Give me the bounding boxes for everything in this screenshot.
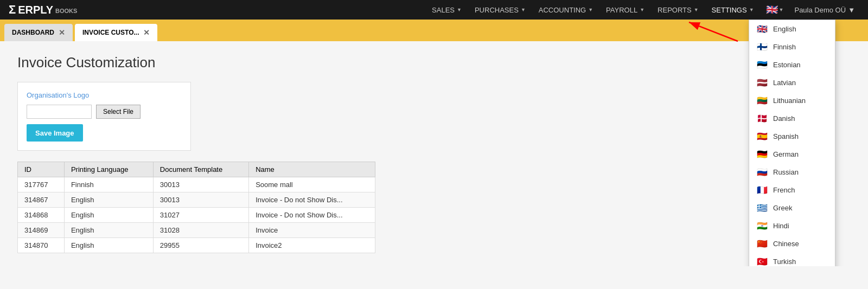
chevron-down-icon: ▼ xyxy=(521,7,526,12)
cell-language: English xyxy=(64,208,153,223)
chevron-down-icon: ▼ xyxy=(588,7,593,12)
navbar: Σ ERPLY BOOKS SALES ▼ PURCHASES ▼ ACCOUN… xyxy=(0,0,868,20)
lang-label: German xyxy=(773,150,799,158)
lang-item-lt[interactable]: 🇱🇹Lithuanian xyxy=(749,92,835,110)
flag-icon: 🇫🇮 xyxy=(757,42,768,52)
table-row[interactable]: 314869English31028Invoice xyxy=(18,223,375,238)
lang-label: Lithuanian xyxy=(773,97,806,105)
nav-purchases[interactable]: PURCHASES ▼ xyxy=(469,0,531,20)
col-id: ID xyxy=(18,162,65,177)
chevron-down-icon: ▼ xyxy=(640,7,644,12)
lang-label: Spanish xyxy=(773,132,799,140)
nav-reports[interactable]: REPORTS ▼ xyxy=(652,0,704,20)
cell-template: 31028 xyxy=(153,223,248,238)
navbar-menu: SALES ▼ PURCHASES ▼ ACCOUNTING ▼ PAYROLL… xyxy=(94,0,859,20)
cell-id: 314867 xyxy=(18,192,65,208)
app-logo: Σ ERPLY BOOKS xyxy=(9,3,77,17)
lang-label: Hindi xyxy=(773,222,789,230)
select-file-button[interactable]: Select File xyxy=(96,105,141,119)
cell-id: 314868 xyxy=(18,208,65,223)
flag-icon: 🇨🇳 xyxy=(757,239,768,249)
flag-icon: 🇱🇻 xyxy=(757,78,768,88)
cell-language: English xyxy=(64,192,153,208)
tab-close-invoice[interactable]: ✕ xyxy=(143,29,150,36)
flag-icon: 🇪🇪 xyxy=(757,60,768,70)
lang-label: Chinese xyxy=(773,240,799,248)
save-image-button[interactable]: Save Image xyxy=(27,124,83,142)
lang-item-lv[interactable]: 🇱🇻Latvian xyxy=(749,74,835,92)
lang-item-da[interactable]: 🇩🇰Danish xyxy=(749,110,835,127)
cell-template: 29955 xyxy=(153,238,248,253)
table-row[interactable]: 314867English30013Invoice - Do not Show … xyxy=(18,192,375,208)
flag-icon: 🇬🇧 xyxy=(766,4,778,16)
lang-item-hi[interactable]: 🇮🇳Hindi xyxy=(749,217,835,235)
cell-template: 31027 xyxy=(153,208,248,223)
lang-label: Turkish xyxy=(773,258,796,266)
logo-section: Organisation's Logo Select File Save Ima… xyxy=(17,82,191,151)
flag-icon: 🇩🇰 xyxy=(757,113,768,124)
lang-label: English xyxy=(773,25,796,33)
cell-language: English xyxy=(64,223,153,238)
logo-input-row: Select File xyxy=(27,105,182,119)
flag-icon: 🇬🇷 xyxy=(757,203,768,213)
tab-close-dashboard[interactable]: ✕ xyxy=(59,29,65,36)
lang-label: Estonian xyxy=(773,61,801,69)
cell-name: Invoice2 xyxy=(249,238,375,253)
lang-item-zh[interactable]: 🇨🇳Chinese xyxy=(749,235,835,253)
flag-icon: 🇮🇳 xyxy=(757,221,768,231)
chevron-down-icon: ▼ xyxy=(694,7,699,12)
cell-name: Invoice - Do not Show Dis... xyxy=(249,192,375,208)
lang-item-fr[interactable]: 🇫🇷French xyxy=(749,181,835,199)
language-dropdown: 🇬🇧English🇫🇮Finnish🇪🇪Estonian🇱🇻Latvian🇱🇹L… xyxy=(749,20,835,266)
lang-item-et[interactable]: 🇪🇪Estonian xyxy=(749,56,835,74)
col-language: Printing Language xyxy=(64,162,153,177)
lang-label: French xyxy=(773,186,795,194)
tab-invoice-custo[interactable]: INVOICE CUSTO... ✕ xyxy=(75,24,157,41)
lang-label: Danish xyxy=(773,114,795,123)
lang-label: Latvian xyxy=(773,79,796,87)
lang-item-fi[interactable]: 🇫🇮Finnish xyxy=(749,38,835,56)
chevron-down-icon: ▼ xyxy=(749,7,754,12)
table-row[interactable]: 314870English29955Invoice2 xyxy=(18,238,375,253)
cell-name: Soome mall xyxy=(249,177,375,192)
chevron-down-icon: ▼ xyxy=(779,7,784,12)
flag-icon: 🇩🇪 xyxy=(757,149,768,159)
cell-id: 317767 xyxy=(18,177,65,192)
logo-file-input[interactable] xyxy=(27,105,92,119)
flag-icon: 🇹🇷 xyxy=(757,256,768,266)
logo-sub: BOOKS xyxy=(55,8,77,14)
lang-item-tr[interactable]: 🇹🇷Turkish xyxy=(749,253,835,266)
lang-label: Russian xyxy=(773,168,799,176)
table-row[interactable]: 317767Finnish30013Soome mall xyxy=(18,177,375,192)
flag-icon: 🇪🇸 xyxy=(757,131,768,142)
cell-name: Invoice xyxy=(249,223,375,238)
tab-dashboard[interactable]: DASHBOARD ✕ xyxy=(4,24,73,41)
lang-item-en[interactable]: 🇬🇧English xyxy=(749,20,835,38)
nav-settings[interactable]: SETTINGS ▼ xyxy=(706,0,760,20)
cell-language: English xyxy=(64,238,153,253)
user-menu[interactable]: Paula Demo OÜ ▼ xyxy=(790,0,859,20)
page-title: Invoice Customization xyxy=(17,54,851,71)
lang-label: Greek xyxy=(773,204,792,212)
col-template: Document Template xyxy=(153,162,248,177)
nav-sales[interactable]: SALES ▼ xyxy=(426,0,467,20)
lang-item-es[interactable]: 🇪🇸Spanish xyxy=(749,127,835,145)
logo-section-label: Organisation's Logo xyxy=(27,91,182,99)
lang-label: Finnish xyxy=(773,43,796,51)
nav-payroll[interactable]: PAYROLL ▼ xyxy=(601,0,650,20)
invoice-table: ID Printing Language Document Template N… xyxy=(17,162,375,253)
lang-item-ru[interactable]: 🇷🇺Russian xyxy=(749,163,835,181)
cell-name: Invoice - Do not Show Dis... xyxy=(249,208,375,223)
cell-id: 314870 xyxy=(18,238,65,253)
lang-item-el[interactable]: 🇬🇷Greek xyxy=(749,199,835,217)
sigma-icon: Σ xyxy=(9,3,16,17)
table-row[interactable]: 314868English31027Invoice - Do not Show … xyxy=(18,208,375,223)
lang-item-de[interactable]: 🇩🇪German xyxy=(749,145,835,163)
cell-template: 30013 xyxy=(153,192,248,208)
flag-icon: 🇱🇹 xyxy=(757,95,768,106)
language-selector[interactable]: 🇬🇧 ▼ xyxy=(762,0,788,20)
content-area: Invoice Customization Organisation's Log… xyxy=(0,41,868,266)
chevron-down-icon: ▼ xyxy=(848,6,855,14)
flag-icon: 🇬🇧 xyxy=(757,24,768,34)
nav-accounting[interactable]: ACCOUNTING ▼ xyxy=(533,0,598,20)
